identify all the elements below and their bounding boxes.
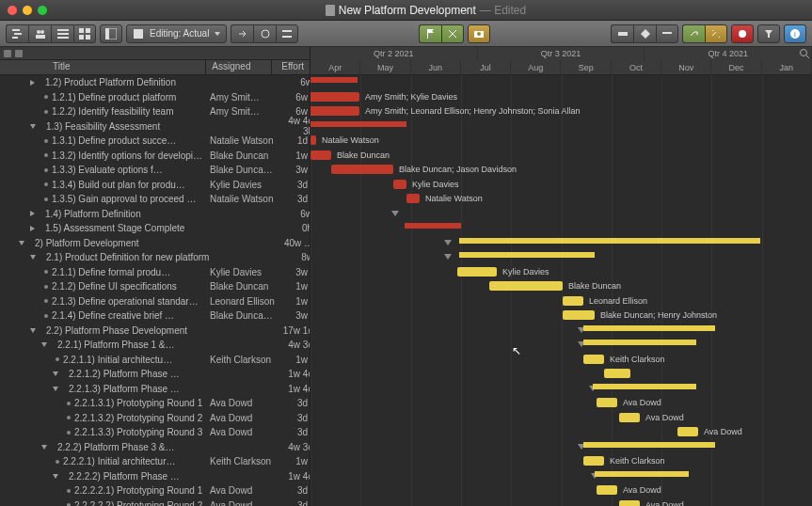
task-title[interactable]: 1.2.2) Identify feasibility team xyxy=(52,106,210,117)
task-assigned[interactable]: Blake Duncan xyxy=(210,281,276,292)
task-effort[interactable]: 4w 3d xyxy=(281,340,310,350)
task-title[interactable]: 1.3.3) Evaluate options f… xyxy=(52,165,210,175)
task-row[interactable]: 1.2.1) Define product platformAmy Smit…6… xyxy=(0,90,310,105)
task-row[interactable]: 2.2.1.2) Platform Phase …1w 4d xyxy=(0,367,310,382)
task-bar[interactable] xyxy=(310,150,331,160)
task-assigned[interactable]: Ava Dowd xyxy=(210,398,276,408)
task-list[interactable]: 1.2) Product Platform Definition6w1.2.1)… xyxy=(0,75,310,506)
disclosure-triangle-icon[interactable] xyxy=(41,342,47,347)
task-bar[interactable] xyxy=(457,267,497,277)
task-row[interactable]: 1.2) Product Platform Definition6w xyxy=(0,75,310,90)
task-assigned[interactable]: Ava Dowd xyxy=(210,427,276,437)
task-row[interactable]: 2.2.1.1) Initial architectu…Keith Clarks… xyxy=(0,353,310,368)
disclosure-triangle-icon[interactable] xyxy=(30,255,36,260)
task-effort[interactable]: 3d xyxy=(276,427,310,437)
add-group-button[interactable] xyxy=(656,24,678,43)
zoom-window-button[interactable] xyxy=(38,6,47,15)
reschedule-button[interactable] xyxy=(253,24,276,43)
task-title[interactable]: 1.3.4) Build out plan for produ… xyxy=(52,180,210,190)
task-title[interactable]: 2.1.2) Define UI specifications xyxy=(52,281,210,292)
add-milestone-button[interactable] xyxy=(633,24,656,43)
disconnect-button[interactable] xyxy=(705,24,727,43)
summary-bar[interactable] xyxy=(310,77,358,83)
task-effort[interactable]: 6w xyxy=(280,209,310,219)
info-button[interactable]: i xyxy=(784,24,806,43)
disclosure-triangle-icon[interactable] xyxy=(30,328,36,333)
task-assigned[interactable]: Keith Clarkson xyxy=(210,456,276,466)
task-title[interactable]: 2.2.2) Platform Phase 3 &… xyxy=(57,442,215,452)
editing-mode-dropdown[interactable]: Editing: Actual xyxy=(126,24,227,43)
task-effort[interactable]: 1w xyxy=(276,150,310,161)
disclosure-triangle-icon[interactable] xyxy=(30,226,35,231)
task-row[interactable]: 2.1.4) Define creative brief …Blake Dunc… xyxy=(0,308,310,324)
critical-path-button[interactable] xyxy=(731,24,754,43)
task-title[interactable]: 2.2.2.2) Platform Phase … xyxy=(69,471,215,482)
task-row[interactable]: 2.2.2.2.2) Prototyping Round 2Ava Dowd3d xyxy=(0,498,310,507)
task-effort[interactable]: 6w xyxy=(276,92,310,103)
task-title[interactable]: 2.1.1) Define formal produ… xyxy=(52,267,210,277)
task-row[interactable]: 2.1.1) Define formal produ…Kylie Davies3… xyxy=(0,265,310,280)
task-bar[interactable] xyxy=(310,92,359,102)
task-bar[interactable] xyxy=(331,165,393,174)
task-effort[interactable]: 1w xyxy=(276,355,310,365)
baseline-set-button[interactable] xyxy=(419,24,441,43)
task-effort[interactable]: 1w xyxy=(276,281,310,292)
task-title[interactable]: 2.2.1.1) Initial architectu… xyxy=(63,355,210,365)
task-row[interactable]: 1.2.2) Identify feasibility teamAmy Smit… xyxy=(0,104,310,119)
task-assigned[interactable]: Amy Smit… xyxy=(210,92,276,103)
task-bar[interactable] xyxy=(597,485,617,495)
task-bar[interactable] xyxy=(563,310,595,320)
task-title[interactable]: 2.2.2.1) Initial architectur… xyxy=(63,456,210,466)
task-bar[interactable] xyxy=(310,135,316,145)
task-title[interactable]: 2.2.2.2.1) Prototyping Round 1 xyxy=(74,485,210,496)
task-effort[interactable]: 4w 3d xyxy=(281,442,310,452)
disclosure-triangle-icon[interactable] xyxy=(53,387,58,391)
task-title[interactable]: 1.4) Platform Definition xyxy=(45,209,215,219)
task-title[interactable]: 2) Platform Development xyxy=(35,238,215,248)
task-effort[interactable]: 6w xyxy=(280,77,310,87)
task-bar[interactable] xyxy=(619,413,640,422)
task-title[interactable]: 2.2.1.3) Platform Phase … xyxy=(69,384,215,394)
disclosure-triangle-icon[interactable] xyxy=(53,474,58,479)
task-title[interactable]: 1.5) Assessment Stage Complete xyxy=(45,223,215,233)
task-row[interactable]: 1.3.5) Gain approval to proceed …Natalie… xyxy=(0,192,310,207)
task-assigned[interactable]: Kylie Davies xyxy=(210,180,276,190)
baseline-clear-button[interactable] xyxy=(441,24,464,43)
task-bar[interactable] xyxy=(489,281,563,291)
summary-bar[interactable] xyxy=(459,252,595,258)
leveling-button[interactable] xyxy=(276,24,298,43)
task-bar[interactable] xyxy=(619,500,640,507)
view-gantt-button[interactable] xyxy=(6,24,28,43)
task-assigned[interactable]: Blake Duncan xyxy=(210,150,276,161)
task-assigned[interactable]: Kylie Davies xyxy=(210,267,276,277)
task-effort[interactable]: 3d xyxy=(276,180,310,190)
task-title[interactable]: 2.1.3) Define operational standar… xyxy=(52,296,210,307)
task-row[interactable]: 2.2.1) Platform Phase 1 &…4w 3d xyxy=(0,338,310,353)
task-bar[interactable] xyxy=(604,369,630,378)
task-bar[interactable] xyxy=(563,296,583,306)
task-row[interactable]: 2.2) Platform Phase Development17w 1d xyxy=(0,324,310,339)
search-icon[interactable] xyxy=(799,48,810,59)
snapshot-button[interactable] xyxy=(468,24,490,43)
connect-button[interactable] xyxy=(682,24,705,43)
summary-bar[interactable] xyxy=(595,471,689,477)
view-resource-button[interactable] xyxy=(28,24,51,43)
task-effort[interactable]: 40w … xyxy=(281,238,310,248)
task-row[interactable]: 2.1) Product Definition for new platform… xyxy=(0,250,310,265)
task-row[interactable]: 2.2.2.2) Platform Phase …1w 4d xyxy=(0,469,310,484)
add-task-button[interactable] xyxy=(611,24,633,43)
task-title[interactable]: 1.3.2) Identify options for developi… xyxy=(52,150,210,161)
disclosure-triangle-icon[interactable] xyxy=(53,372,58,376)
task-title[interactable]: 2.2) Platform Phase Development xyxy=(46,325,215,336)
task-row[interactable]: 1.3.1) Define product succe…Natalie Wats… xyxy=(0,134,310,149)
task-effort[interactable]: 0h xyxy=(280,223,310,233)
task-assigned[interactable]: Keith Clarkson xyxy=(210,355,276,365)
task-row[interactable]: 2.2.2.1) Initial architectur…Keith Clark… xyxy=(0,454,310,469)
task-effort[interactable]: 17w 1d xyxy=(281,325,310,336)
filter-button[interactable] xyxy=(757,24,780,43)
task-row[interactable]: 1.3) Feasibility Assessment4w 4d 3h xyxy=(0,119,310,134)
summary-bar[interactable] xyxy=(459,238,760,244)
toggle-inspector-button[interactable] xyxy=(100,24,122,43)
task-row[interactable]: 2) Platform Development40w … xyxy=(0,236,310,251)
task-assigned[interactable]: Leonard Ellison xyxy=(210,296,276,307)
